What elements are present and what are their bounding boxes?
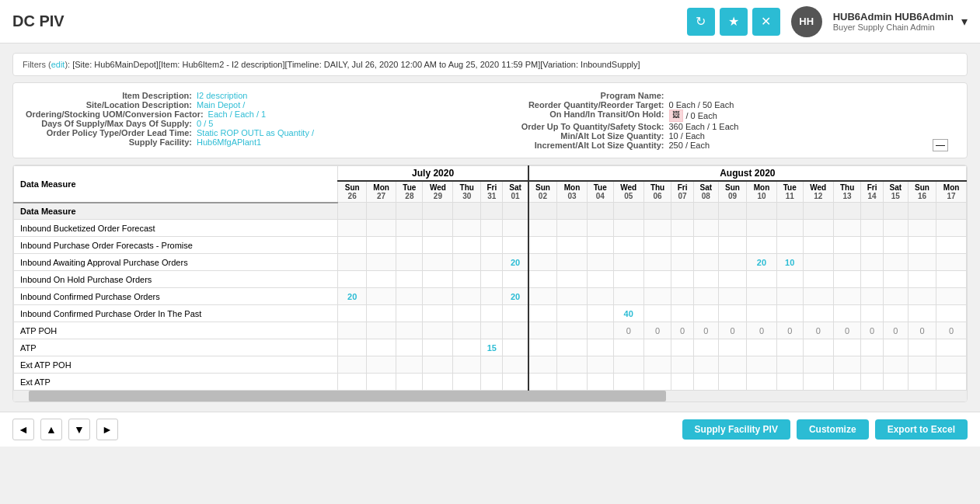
grid-cell [528,237,557,254]
grid-cell [833,356,861,374]
program-label: Program Name: [498,91,669,100]
day-tue11: Tue11 [776,181,803,203]
grid-cell [481,237,503,254]
table-row: Inbound Purchase Order Forecasts - Promi… [14,237,967,254]
grid-cell [883,254,908,271]
grid-cell [718,271,746,288]
grid-cell [908,356,936,374]
grid-header-cell [693,203,718,220]
day-sun02: Sun02 [528,181,557,203]
grid-cell [503,271,528,288]
grid-cell [671,374,693,391]
grid-cell [883,339,908,356]
grid-cell [481,322,503,339]
refresh-button[interactable]: ↻ [687,8,715,36]
table-row: Inbound Awaiting Approval Purchase Order… [14,254,967,271]
nav-first-button[interactable]: ◄ [12,419,34,440]
grid-cell: 0 [936,322,967,339]
grid-cell [643,220,671,237]
grid-cell [396,374,423,391]
grid-cell [366,254,396,271]
export-to-excel-button[interactable]: Export to Excel [875,419,968,440]
grid-cell [453,237,481,254]
grid-cell [671,271,693,288]
order-up-label: Order Up To Quantity/Safety Stock: [498,122,669,131]
grid-cell [936,339,967,356]
grid-cell: 0 [747,322,777,339]
grid-cell [883,305,908,322]
grid-cell [557,356,588,374]
grid-cell [528,288,557,305]
grid-cell [883,288,908,305]
info-row-order-policy: Order Policy Type/Order Lead Time: Stati… [26,128,483,137]
grid-cell [528,356,557,374]
grid-header-cell [747,203,777,220]
grid-cell [936,271,967,288]
grid-cell [861,288,883,305]
row-label: Inbound Confirmed Purchase Order In The … [14,305,338,322]
grid-cell [747,220,777,237]
grid-cell [587,339,613,356]
grid-cell [423,356,453,374]
row-label: ATP [14,339,338,356]
grid-cell [643,356,671,374]
grid-cell [718,237,746,254]
row-label: Inbound Awaiting Approval Purchase Order… [14,254,338,271]
info-row-order-up: Order Up To Quantity/Safety Stock: 360 E… [498,122,955,131]
row-label: Ext ATP [14,374,338,391]
scrollbar-thumb[interactable] [29,391,666,401]
grid-scroll[interactable]: Data Measure July 2020 August 2020 Sun26… [13,165,967,391]
minimize-button[interactable]: — [933,139,948,151]
grid-cell [908,305,936,322]
day-sun16: Sun16 [908,181,936,203]
grid-cell [643,237,671,254]
grid-cell [776,305,803,322]
grid-cell: 0 [833,322,861,339]
grid-cell: 0 [908,322,936,339]
grid-cell [803,220,833,237]
grid-cell [747,288,777,305]
grid-cell [366,305,396,322]
nav-up-button[interactable]: ▲ [40,419,62,440]
day-thu13: Thu13 [833,181,861,203]
grid-cell [453,305,481,322]
grid-cell [936,356,967,374]
grid-cell [861,220,883,237]
user-dropdown-icon[interactable]: ▾ [961,14,968,29]
min-lot-label: Min/Alt Lot Size Quantity: [498,131,669,141]
customize-button[interactable]: Customize [797,419,869,440]
grid-cell [366,237,396,254]
grid-cell [528,305,557,322]
grid-cell [528,322,557,339]
nav-last-button[interactable]: ► [96,419,118,440]
grid-cell [453,322,481,339]
table-row: Ext ATP POH [14,356,967,374]
close-button[interactable]: ✕ [752,8,780,36]
grid-header-cell [936,203,967,220]
grid-header-cell [423,203,453,220]
grid-cell [481,254,503,271]
day-mon27: Mon27 [366,181,396,203]
supply-facility-piv-button[interactable]: Supply Facility PIV [682,419,790,440]
grid-cell [396,220,423,237]
star-button[interactable]: ★ [720,8,748,36]
grid-cell [338,339,366,356]
nav-down-button[interactable]: ▼ [68,419,90,440]
august-header: August 2020 [528,166,967,182]
grid-cell [503,339,528,356]
grid-cell [613,254,643,271]
grid-cell [366,271,396,288]
day-mon03: Mon03 [557,181,588,203]
grid-cell [861,305,883,322]
grid-cell [776,356,803,374]
grid-cell [936,237,967,254]
grid-header-cell [453,203,481,220]
row-label: Data Measure [14,203,338,220]
grid-header-cell [861,203,883,220]
grid-cell [776,220,803,237]
grid-cell [936,374,967,391]
horizontal-scrollbar[interactable] [13,391,967,401]
filter-edit-link[interactable]: edit [51,60,65,69]
grid-cell [803,254,833,271]
grid-cell [338,254,366,271]
